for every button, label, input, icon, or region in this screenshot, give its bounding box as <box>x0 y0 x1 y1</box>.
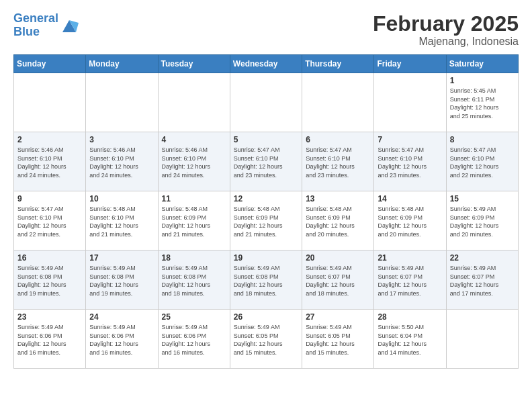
day-info: Sunrise: 5:49 AMSunset: 6:08 PMDaylight:… <box>89 264 154 298</box>
day-cell: 14Sunrise: 5:48 AMSunset: 6:09 PMDayligh… <box>374 191 446 250</box>
logo-general: General <box>13 11 58 25</box>
day-info: Sunrise: 5:46 AMSunset: 6:10 PMDaylight:… <box>17 146 82 179</box>
day-cell: 1Sunrise: 5:45 AMSunset: 6:11 PMDaylight… <box>446 73 518 132</box>
col-sunday: Sunday <box>14 55 86 73</box>
day-info: Sunrise: 5:47 AMSunset: 6:10 PMDaylight:… <box>234 146 298 179</box>
header-row: Sunday Monday Tuesday Wednesday Thursday… <box>14 55 519 73</box>
day-cell: 17Sunrise: 5:49 AMSunset: 6:08 PMDayligh… <box>86 250 158 310</box>
day-number: 20 <box>306 253 370 263</box>
day-info: Sunrise: 5:49 AMSunset: 6:07 PMDaylight:… <box>378 264 442 298</box>
day-info: Sunrise: 5:49 AMSunset: 6:05 PMDaylight:… <box>306 323 370 357</box>
day-number: 12 <box>234 194 298 203</box>
day-number: 1 <box>450 76 515 85</box>
day-info: Sunrise: 5:49 AMSunset: 6:09 PMDaylight:… <box>450 205 515 238</box>
day-number: 17 <box>89 253 154 263</box>
week-row-1: 1Sunrise: 5:45 AMSunset: 6:11 PMDaylight… <box>14 73 519 132</box>
calendar-title: February 2025 <box>373 12 519 36</box>
day-number: 27 <box>306 312 370 322</box>
day-number: 28 <box>378 312 442 322</box>
day-cell: 24Sunrise: 5:49 AMSunset: 6:06 PMDayligh… <box>86 310 158 369</box>
day-cell: 26Sunrise: 5:49 AMSunset: 6:05 PMDayligh… <box>230 310 302 369</box>
day-info: Sunrise: 5:49 AMSunset: 6:06 PMDaylight:… <box>162 323 226 357</box>
logo: General Blue <box>13 12 79 39</box>
header: General Blue February 2025 Majenang, Ind… <box>13 12 519 48</box>
day-cell <box>302 73 374 132</box>
col-thursday: Thursday <box>302 55 374 73</box>
col-wednesday: Wednesday <box>230 55 302 73</box>
day-number: 13 <box>306 194 370 203</box>
day-cell <box>86 73 158 132</box>
day-cell <box>446 310 518 369</box>
day-cell: 23Sunrise: 5:49 AMSunset: 6:06 PMDayligh… <box>14 310 86 369</box>
day-cell: 4Sunrise: 5:46 AMSunset: 6:10 PMDaylight… <box>158 132 230 191</box>
day-info: Sunrise: 5:47 AMSunset: 6:10 PMDaylight:… <box>450 146 515 179</box>
day-info: Sunrise: 5:47 AMSunset: 6:10 PMDaylight:… <box>378 146 442 179</box>
day-cell: 12Sunrise: 5:48 AMSunset: 6:09 PMDayligh… <box>230 191 302 250</box>
day-cell: 22Sunrise: 5:49 AMSunset: 6:07 PMDayligh… <box>446 250 518 310</box>
day-number: 25 <box>162 312 226 322</box>
day-number: 2 <box>17 135 82 144</box>
day-cell: 18Sunrise: 5:49 AMSunset: 6:08 PMDayligh… <box>158 250 230 310</box>
day-number: 5 <box>234 135 298 144</box>
day-cell: 10Sunrise: 5:48 AMSunset: 6:10 PMDayligh… <box>86 191 158 250</box>
day-cell: 13Sunrise: 5:48 AMSunset: 6:09 PMDayligh… <box>302 191 374 250</box>
day-number: 21 <box>378 253 442 263</box>
day-info: Sunrise: 5:48 AMSunset: 6:09 PMDaylight:… <box>162 205 226 238</box>
day-cell: 25Sunrise: 5:49 AMSunset: 6:06 PMDayligh… <box>158 310 230 369</box>
day-cell: 19Sunrise: 5:49 AMSunset: 6:08 PMDayligh… <box>230 250 302 310</box>
day-info: Sunrise: 5:48 AMSunset: 6:10 PMDaylight:… <box>89 205 154 238</box>
day-cell: 20Sunrise: 5:49 AMSunset: 6:07 PMDayligh… <box>302 250 374 310</box>
week-row-4: 16Sunrise: 5:49 AMSunset: 6:08 PMDayligh… <box>14 250 519 310</box>
day-cell: 6Sunrise: 5:47 AMSunset: 6:10 PMDaylight… <box>302 132 374 191</box>
day-info: Sunrise: 5:48 AMSunset: 6:09 PMDaylight:… <box>378 205 442 238</box>
day-cell: 16Sunrise: 5:49 AMSunset: 6:08 PMDayligh… <box>14 250 86 310</box>
day-number: 26 <box>234 312 298 322</box>
col-friday: Friday <box>374 55 446 73</box>
day-info: Sunrise: 5:49 AMSunset: 6:05 PMDaylight:… <box>234 323 298 357</box>
day-cell <box>158 73 230 132</box>
day-info: Sunrise: 5:49 AMSunset: 6:06 PMDaylight:… <box>89 323 154 357</box>
day-number: 10 <box>89 194 154 203</box>
day-number: 8 <box>450 135 515 144</box>
col-saturday: Saturday <box>446 55 518 73</box>
col-tuesday: Tuesday <box>158 55 230 73</box>
day-cell: 11Sunrise: 5:48 AMSunset: 6:09 PMDayligh… <box>158 191 230 250</box>
day-number: 16 <box>17 253 82 263</box>
logo-icon <box>60 16 79 35</box>
day-cell <box>374 73 446 132</box>
day-cell: 8Sunrise: 5:47 AMSunset: 6:10 PMDaylight… <box>446 132 518 191</box>
day-info: Sunrise: 5:48 AMSunset: 6:09 PMDaylight:… <box>306 205 370 238</box>
day-number: 18 <box>162 253 226 263</box>
day-info: Sunrise: 5:47 AMSunset: 6:10 PMDaylight:… <box>306 146 370 179</box>
day-cell: 15Sunrise: 5:49 AMSunset: 6:09 PMDayligh… <box>446 191 518 250</box>
logo-text: General Blue <box>13 12 58 39</box>
day-cell: 28Sunrise: 5:50 AMSunset: 6:04 PMDayligh… <box>374 310 446 369</box>
day-info: Sunrise: 5:48 AMSunset: 6:09 PMDaylight:… <box>234 205 298 238</box>
day-info: Sunrise: 5:47 AMSunset: 6:10 PMDaylight:… <box>17 205 82 238</box>
day-cell: 9Sunrise: 5:47 AMSunset: 6:10 PMDaylight… <box>14 191 86 250</box>
day-number: 24 <box>89 312 154 322</box>
day-cell: 3Sunrise: 5:46 AMSunset: 6:10 PMDaylight… <box>86 132 158 191</box>
day-cell: 5Sunrise: 5:47 AMSunset: 6:10 PMDaylight… <box>230 132 302 191</box>
day-cell: 7Sunrise: 5:47 AMSunset: 6:10 PMDaylight… <box>374 132 446 191</box>
day-number: 22 <box>450 253 515 263</box>
day-info: Sunrise: 5:49 AMSunset: 6:06 PMDaylight:… <box>17 323 82 357</box>
day-cell <box>230 73 302 132</box>
week-row-3: 9Sunrise: 5:47 AMSunset: 6:10 PMDaylight… <box>14 191 519 250</box>
day-number: 11 <box>162 194 226 203</box>
day-number: 14 <box>378 194 442 203</box>
day-number: 9 <box>17 194 82 203</box>
day-info: Sunrise: 5:46 AMSunset: 6:10 PMDaylight:… <box>89 146 154 179</box>
day-number: 15 <box>450 194 515 203</box>
day-number: 3 <box>89 135 154 144</box>
logo-blue: Blue <box>13 25 40 38</box>
day-cell <box>14 73 86 132</box>
col-monday: Monday <box>86 55 158 73</box>
day-cell: 21Sunrise: 5:49 AMSunset: 6:07 PMDayligh… <box>374 250 446 310</box>
day-info: Sunrise: 5:49 AMSunset: 6:08 PMDaylight:… <box>234 264 298 298</box>
day-info: Sunrise: 5:46 AMSunset: 6:10 PMDaylight:… <box>162 146 226 179</box>
day-number: 4 <box>162 135 226 144</box>
day-info: Sunrise: 5:45 AMSunset: 6:11 PMDaylight:… <box>450 87 515 120</box>
week-row-5: 23Sunrise: 5:49 AMSunset: 6:06 PMDayligh… <box>14 310 519 369</box>
day-number: 7 <box>378 135 442 144</box>
